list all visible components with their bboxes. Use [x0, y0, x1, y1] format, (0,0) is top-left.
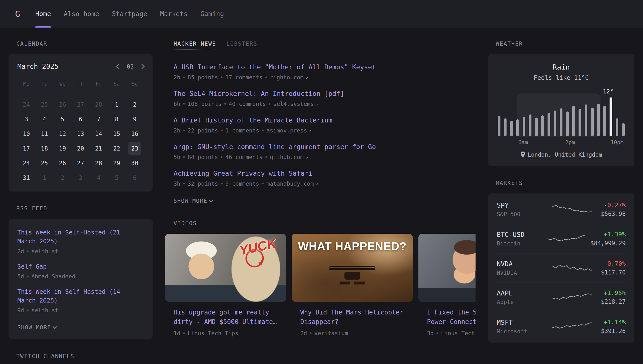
calendar-day: 3: [20, 113, 33, 126]
rss-card: This Week in Self-Hosted (21 March 2025)…: [9, 219, 153, 339]
calendar-day-selected: 23: [128, 142, 141, 155]
meta-text: selfh.st: [32, 248, 59, 254]
market-sparkline: [552, 291, 591, 304]
top-nav: G HomeAlso homeStartpageMarketsGaming: [0, 0, 643, 28]
calendar-day-cell: 14: [90, 126, 108, 141]
market-symbol: NVDA: [497, 260, 543, 268]
item-meta: 5d•Ahmad Shadeed: [17, 273, 144, 280]
video-title[interactable]: Why Did The Mars Helicopter Disappear?: [300, 308, 408, 327]
source-domain-link[interactable]: sel4.systems↗: [273, 101, 318, 107]
thumbnail-overlay-text: YUCK: [238, 236, 281, 271]
market-change: +1.14%: [601, 318, 626, 326]
bullet-separator: •: [180, 180, 188, 187]
calendar-day: 6: [74, 113, 87, 126]
market-row-nvda[interactable]: NVDANVIDIA-0.70%$117.70: [497, 253, 626, 282]
rss-show-more-button[interactable]: SHOW MORE: [17, 324, 56, 330]
news-tab-hacker-news[interactable]: HACKER NEWS: [174, 40, 216, 50]
app-logo[interactable]: G: [15, 0, 20, 28]
weather-hour-bar: [498, 116, 500, 136]
calendar-day: 26: [56, 98, 69, 111]
nav-tab-markets[interactable]: Markets: [160, 0, 188, 28]
rss-item-title[interactable]: This Week in Self-Hosted (21 March 2025): [17, 228, 132, 246]
calendar-day: 5: [110, 171, 123, 184]
market-left: BTC-USDBitcoin: [497, 231, 543, 247]
meta-text: Linus Tech Tips: [188, 330, 239, 336]
meta-text: 84 points: [188, 154, 218, 160]
market-right: -0.27%$563.98: [601, 202, 626, 218]
rss-item-title[interactable]: Self Gap: [17, 262, 132, 271]
video-thumbnail[interactable]: YUCK: [165, 234, 286, 302]
calendar-day-cell: 4: [36, 112, 54, 126]
item-meta: 3d•Linus Tech Tips: [427, 330, 475, 336]
market-change: -0.70%: [601, 260, 626, 267]
video-card[interactable]: WHAT HAPPENED?Why Did The Mars Helicopte…: [292, 234, 413, 336]
market-row-msft[interactable]: MSFTMicrosoft+1.14%$391.26: [497, 312, 626, 341]
market-left: SPYS&P 500: [497, 202, 543, 218]
bullet-separator: •: [262, 154, 270, 160]
calendar-day: 10: [20, 127, 33, 140]
location-pin-icon: [520, 152, 525, 158]
video-thumbnail[interactable]: DO T T: [418, 234, 475, 302]
nav-tab-home[interactable]: Home: [35, 0, 51, 28]
bullet-separator: •: [307, 330, 314, 336]
source-domain-link[interactable]: matanabudy.com↗: [266, 180, 318, 187]
market-change: -0.27%: [601, 202, 626, 208]
news-show-more-button[interactable]: SHOW MORE: [174, 198, 213, 204]
calendar-day-cell: 1: [36, 170, 54, 185]
weather-hour-bar: [585, 104, 587, 136]
source-domain-link[interactable]: righto.com↗: [270, 74, 308, 80]
weekday-label: Tu: [36, 77, 54, 90]
calendar-day-cell: 28: [90, 156, 108, 170]
video-card[interactable]: YUCKHis upgrade got me really dirty - AM…: [165, 234, 286, 336]
markets-section: MARKETS SPYS&P 500-0.27%$563.98BTC-USDBi…: [488, 180, 634, 342]
meta-text: 2h: [174, 74, 180, 80]
meta-text: 6h: [174, 101, 180, 107]
video-card[interactable]: DO T TI Fixed the 5… Power Connect…3d•Li…: [418, 234, 475, 336]
weather-peak-temp: 12°: [603, 88, 613, 95]
market-price: $84,999.29: [590, 240, 626, 247]
nav-tab-gaming[interactable]: Gaming: [200, 0, 224, 28]
calendar-day: 14: [92, 127, 105, 140]
calendar-day-cell: 30: [126, 156, 144, 170]
meta-text: 22 points: [188, 127, 218, 134]
calendar-day: 27: [74, 157, 87, 170]
calendar-day-cell: 10: [17, 126, 36, 141]
meta-text: 1d: [174, 330, 180, 336]
rss-item-title[interactable]: This Week in Self-Hosted (14 March 2025): [17, 288, 132, 305]
news-item: Achieving Great Privacy with Safari3h•32…: [174, 170, 475, 187]
left-column: CALENDAR March 2025 03 MoTuWeThFrSaSu 24…: [9, 40, 153, 359]
news-item-title[interactable]: argp: GNU-style command line argument pa…: [174, 143, 376, 150]
calendar-day-cell: 22: [108, 141, 126, 156]
nav-tab-also-home[interactable]: Also home: [64, 0, 99, 28]
calendar-prev-icon[interactable]: [116, 64, 121, 69]
video-thumbnail[interactable]: WHAT HAPPENED?: [292, 234, 413, 302]
market-sparkline: [552, 320, 591, 333]
meta-text: 9d: [17, 307, 24, 314]
news-list: A USB Interface to the "Mother of All De…: [174, 63, 475, 187]
market-row-btc-usd[interactable]: BTC-USDBitcoin+1.39%$84,999.29: [497, 224, 626, 253]
weather-hour-bar: [560, 108, 562, 136]
source-domain-link[interactable]: asimov.press↗: [266, 127, 311, 134]
video-title[interactable]: I Fixed the 5… Power Connect…: [427, 308, 475, 327]
news-item-title[interactable]: A Brief History of the Miracle Bacterium: [174, 116, 332, 124]
news-item-title[interactable]: Achieving Great Privacy with Safari: [174, 170, 312, 177]
calendar-day: 29: [110, 157, 123, 170]
calendar-day: 22: [110, 142, 123, 155]
market-row-aapl[interactable]: AAPLApple+1.95%$218.27: [497, 282, 626, 312]
calendar-day: 13: [74, 127, 87, 140]
news-tab-lobsters[interactable]: LOBSTERS: [226, 40, 257, 50]
calendar-next-icon[interactable]: [139, 64, 145, 69]
news-item-title[interactable]: A USB Interface to the "Mother of All De…: [174, 63, 376, 71]
source-domain-link[interactable]: github.com↗: [270, 154, 308, 160]
news-item-title[interactable]: The SeL4 Microkernel: An Introduction [p…: [174, 90, 344, 97]
news-item: A Brief History of the Miracle Bacterium…: [174, 116, 475, 134]
calendar-day: 8: [110, 113, 123, 126]
meta-text: 32 points: [188, 180, 218, 187]
nav-tab-startpage[interactable]: Startpage: [112, 0, 148, 28]
meta-text: Veritasium: [314, 330, 348, 336]
calendar-day-cell: 1: [108, 97, 126, 112]
weather-location-row: London, United Kingdom: [497, 152, 626, 158]
calendar-day-cell: 6: [126, 170, 144, 185]
market-row-spy[interactable]: SPYS&P 500-0.27%$563.98: [497, 195, 626, 224]
video-title[interactable]: His upgrade got me really dirty - AMD $5…: [174, 308, 281, 327]
